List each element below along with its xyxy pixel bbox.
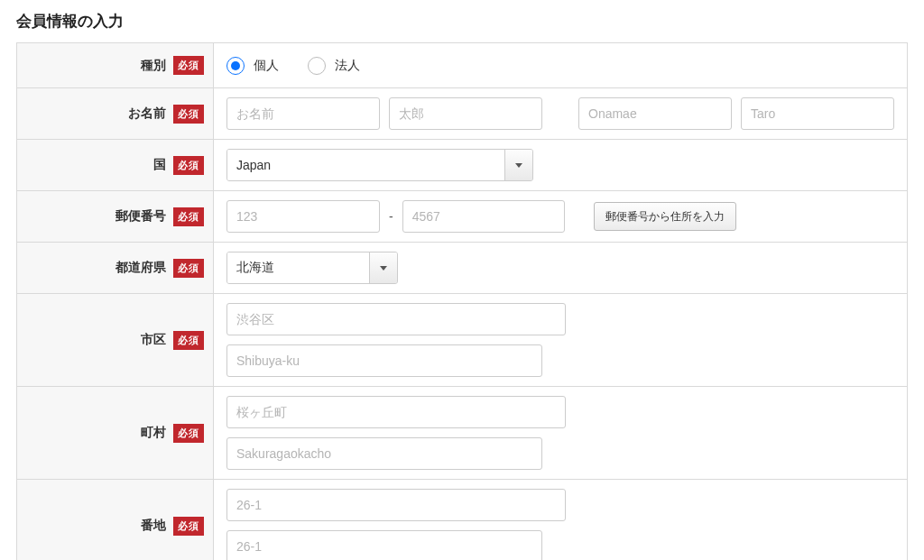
required-badge: 必須 (173, 259, 204, 278)
row-type: 種別 必須 個人 法人 (17, 43, 907, 88)
input-city-jp[interactable] (226, 303, 566, 335)
input-cell-prefecture: 北海道 (214, 243, 907, 293)
required-badge: 必須 (173, 56, 204, 75)
select-prefecture[interactable]: 北海道 (226, 252, 398, 284)
label-name: お名前 (128, 106, 166, 122)
label-cell-type: 種別 必須 (17, 43, 214, 87)
label-type: 種別 (141, 58, 166, 74)
radio-circle-icon (308, 57, 326, 75)
row-city: 市区 必須 (17, 294, 907, 387)
radio-group-type: 個人 法人 (226, 57, 360, 75)
radio-corporate[interactable]: 法人 (308, 57, 360, 75)
input-cell-street (214, 480, 907, 560)
required-badge: 必須 (173, 105, 204, 124)
input-postal-1[interactable] (226, 200, 380, 233)
label-town: 町村 (141, 425, 166, 441)
row-town: 町村 必須 (17, 387, 907, 480)
radio-circle-icon (226, 57, 245, 75)
radio-individual-label: 個人 (254, 58, 279, 74)
radio-corporate-label: 法人 (335, 58, 360, 74)
input-town-en[interactable] (226, 437, 542, 470)
input-mei-jp[interactable] (389, 97, 542, 130)
required-badge: 必須 (173, 207, 204, 226)
input-cell-type: 個人 法人 (214, 43, 907, 87)
required-badge: 必須 (173, 331, 204, 350)
row-street: 番地 必須 (17, 480, 907, 560)
input-sei-en[interactable] (578, 97, 732, 130)
input-cell-city (214, 294, 907, 386)
label-cell-prefecture: 都道府県 必須 (17, 243, 214, 293)
input-cell-country: Japan (214, 140, 907, 190)
label-cell-name: お名前 必須 (17, 88, 214, 139)
label-cell-town: 町村 必須 (17, 387, 214, 479)
label-cell-city: 市区 必須 (17, 294, 214, 386)
label-street: 番地 (141, 518, 166, 534)
row-country: 国 必須 Japan (17, 140, 907, 191)
row-name: お名前 必須 (17, 88, 907, 140)
label-city: 市区 (141, 332, 166, 348)
label-cell-street: 番地 必須 (17, 480, 214, 560)
label-prefecture: 都道府県 (116, 260, 166, 276)
input-cell-town (214, 387, 907, 479)
label-postal: 郵便番号 (116, 208, 166, 225)
select-prefecture-button (370, 252, 397, 283)
row-prefecture: 都道府県 必須 北海道 (17, 243, 907, 294)
input-street-en[interactable] (226, 530, 542, 560)
postal-dash: - (389, 209, 393, 224)
chevron-down-icon (380, 266, 387, 271)
select-country-value: Japan (227, 150, 505, 180)
label-cell-postal: 郵便番号 必須 (17, 191, 214, 242)
required-badge: 必須 (173, 517, 204, 536)
row-postal: 郵便番号 必須 - 郵便番号から住所を入力 (17, 191, 907, 243)
input-postal-2[interactable] (402, 200, 565, 233)
select-country[interactable]: Japan (226, 149, 533, 181)
radio-individual[interactable]: 個人 (226, 57, 279, 75)
label-cell-country: 国 必須 (17, 140, 214, 190)
select-country-button (505, 150, 532, 180)
postal-lookup-button[interactable]: 郵便番号から住所を入力 (594, 202, 736, 231)
select-prefecture-value: 北海道 (227, 252, 370, 283)
input-cell-name (214, 88, 907, 139)
input-city-en[interactable] (226, 344, 542, 377)
required-badge: 必須 (173, 156, 204, 175)
input-mei-en[interactable] (741, 97, 894, 130)
input-town-jp[interactable] (226, 396, 566, 428)
input-cell-postal: - 郵便番号から住所を入力 (214, 191, 907, 242)
required-badge: 必須 (173, 424, 204, 443)
member-form: 種別 必須 個人 法人 お名前 必須 (16, 42, 908, 560)
input-street-jp[interactable] (226, 489, 566, 521)
input-sei-jp[interactable] (226, 97, 380, 130)
page-title: 会員情報の入力 (16, 11, 908, 32)
label-country: 国 (153, 157, 166, 173)
chevron-down-icon (515, 163, 522, 168)
